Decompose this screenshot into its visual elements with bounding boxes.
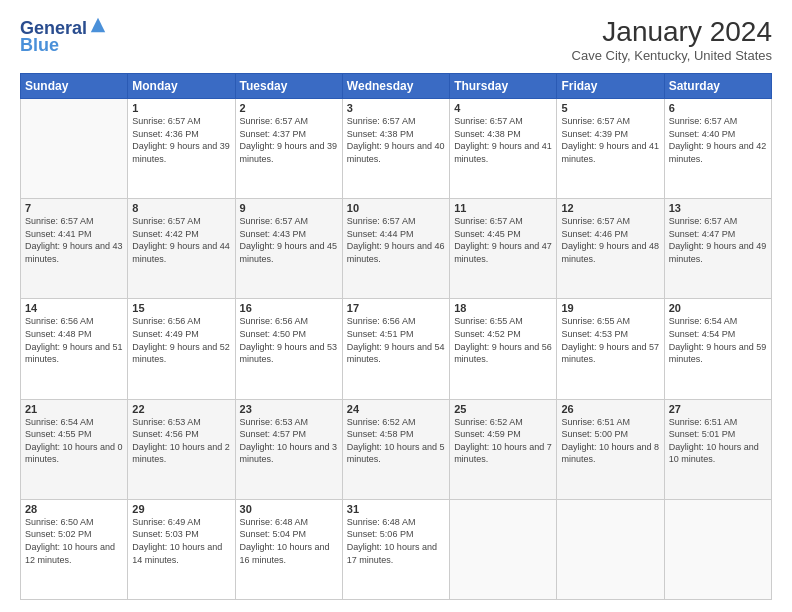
calendar-week-row: 7Sunrise: 6:57 AMSunset: 4:41 PMDaylight… xyxy=(21,199,772,299)
calendar-cell: 19Sunrise: 6:55 AMSunset: 4:53 PMDayligh… xyxy=(557,299,664,399)
calendar-cell: 9Sunrise: 6:57 AMSunset: 4:43 PMDaylight… xyxy=(235,199,342,299)
day-info: Sunrise: 6:55 AMSunset: 4:53 PMDaylight:… xyxy=(561,315,659,365)
location: Cave City, Kentucky, United States xyxy=(572,48,772,63)
weekday-header-thursday: Thursday xyxy=(450,74,557,99)
day-number: 23 xyxy=(240,403,338,415)
calendar-cell: 14Sunrise: 6:56 AMSunset: 4:48 PMDayligh… xyxy=(21,299,128,399)
day-number: 8 xyxy=(132,202,230,214)
calendar-cell xyxy=(450,499,557,599)
logo: General Blue xyxy=(20,16,107,56)
calendar-cell: 15Sunrise: 6:56 AMSunset: 4:49 PMDayligh… xyxy=(128,299,235,399)
calendar-cell: 24Sunrise: 6:52 AMSunset: 4:58 PMDayligh… xyxy=(342,399,449,499)
weekday-header-wednesday: Wednesday xyxy=(342,74,449,99)
day-info: Sunrise: 6:57 AMSunset: 4:40 PMDaylight:… xyxy=(669,115,767,165)
weekday-header-sunday: Sunday xyxy=(21,74,128,99)
calendar-cell: 8Sunrise: 6:57 AMSunset: 4:42 PMDaylight… xyxy=(128,199,235,299)
calendar-week-row: 1Sunrise: 6:57 AMSunset: 4:36 PMDaylight… xyxy=(21,99,772,199)
calendar-cell: 3Sunrise: 6:57 AMSunset: 4:38 PMDaylight… xyxy=(342,99,449,199)
day-info: Sunrise: 6:57 AMSunset: 4:37 PMDaylight:… xyxy=(240,115,338,165)
calendar-cell: 22Sunrise: 6:53 AMSunset: 4:56 PMDayligh… xyxy=(128,399,235,499)
calendar-cell: 7Sunrise: 6:57 AMSunset: 4:41 PMDaylight… xyxy=(21,199,128,299)
weekday-header-friday: Friday xyxy=(557,74,664,99)
day-info: Sunrise: 6:57 AMSunset: 4:41 PMDaylight:… xyxy=(25,215,123,265)
day-number: 22 xyxy=(132,403,230,415)
calendar-cell: 27Sunrise: 6:51 AMSunset: 5:01 PMDayligh… xyxy=(664,399,771,499)
day-info: Sunrise: 6:57 AMSunset: 4:42 PMDaylight:… xyxy=(132,215,230,265)
day-number: 28 xyxy=(25,503,123,515)
day-info: Sunrise: 6:57 AMSunset: 4:38 PMDaylight:… xyxy=(347,115,445,165)
calendar-table: SundayMondayTuesdayWednesdayThursdayFrid… xyxy=(20,73,772,600)
day-number: 2 xyxy=(240,102,338,114)
calendar-cell xyxy=(557,499,664,599)
day-info: Sunrise: 6:52 AMSunset: 4:59 PMDaylight:… xyxy=(454,416,552,466)
day-info: Sunrise: 6:57 AMSunset: 4:46 PMDaylight:… xyxy=(561,215,659,265)
day-info: Sunrise: 6:56 AMSunset: 4:48 PMDaylight:… xyxy=(25,315,123,365)
day-number: 29 xyxy=(132,503,230,515)
day-info: Sunrise: 6:56 AMSunset: 4:51 PMDaylight:… xyxy=(347,315,445,365)
day-number: 12 xyxy=(561,202,659,214)
day-info: Sunrise: 6:48 AMSunset: 5:06 PMDaylight:… xyxy=(347,516,445,566)
day-info: Sunrise: 6:56 AMSunset: 4:50 PMDaylight:… xyxy=(240,315,338,365)
weekday-header-tuesday: Tuesday xyxy=(235,74,342,99)
weekday-header-monday: Monday xyxy=(128,74,235,99)
calendar-cell: 30Sunrise: 6:48 AMSunset: 5:04 PMDayligh… xyxy=(235,499,342,599)
day-number: 1 xyxy=(132,102,230,114)
day-info: Sunrise: 6:57 AMSunset: 4:38 PMDaylight:… xyxy=(454,115,552,165)
calendar-week-row: 14Sunrise: 6:56 AMSunset: 4:48 PMDayligh… xyxy=(21,299,772,399)
calendar-cell: 23Sunrise: 6:53 AMSunset: 4:57 PMDayligh… xyxy=(235,399,342,499)
calendar-week-row: 28Sunrise: 6:50 AMSunset: 5:02 PMDayligh… xyxy=(21,499,772,599)
day-info: Sunrise: 6:57 AMSunset: 4:44 PMDaylight:… xyxy=(347,215,445,265)
calendar-cell: 17Sunrise: 6:56 AMSunset: 4:51 PMDayligh… xyxy=(342,299,449,399)
calendar-cell: 26Sunrise: 6:51 AMSunset: 5:00 PMDayligh… xyxy=(557,399,664,499)
day-number: 30 xyxy=(240,503,338,515)
calendar-cell xyxy=(664,499,771,599)
day-info: Sunrise: 6:48 AMSunset: 5:04 PMDaylight:… xyxy=(240,516,338,566)
calendar-cell: 18Sunrise: 6:55 AMSunset: 4:52 PMDayligh… xyxy=(450,299,557,399)
calendar-cell: 31Sunrise: 6:48 AMSunset: 5:06 PMDayligh… xyxy=(342,499,449,599)
calendar-header-row: SundayMondayTuesdayWednesdayThursdayFrid… xyxy=(21,74,772,99)
day-info: Sunrise: 6:54 AMSunset: 4:54 PMDaylight:… xyxy=(669,315,767,365)
calendar-cell xyxy=(21,99,128,199)
day-number: 17 xyxy=(347,302,445,314)
calendar-cell: 29Sunrise: 6:49 AMSunset: 5:03 PMDayligh… xyxy=(128,499,235,599)
day-info: Sunrise: 6:53 AMSunset: 4:57 PMDaylight:… xyxy=(240,416,338,466)
calendar-cell: 11Sunrise: 6:57 AMSunset: 4:45 PMDayligh… xyxy=(450,199,557,299)
day-number: 7 xyxy=(25,202,123,214)
day-info: Sunrise: 6:53 AMSunset: 4:56 PMDaylight:… xyxy=(132,416,230,466)
day-number: 5 xyxy=(561,102,659,114)
day-info: Sunrise: 6:57 AMSunset: 4:45 PMDaylight:… xyxy=(454,215,552,265)
day-number: 18 xyxy=(454,302,552,314)
day-info: Sunrise: 6:50 AMSunset: 5:02 PMDaylight:… xyxy=(25,516,123,566)
day-number: 6 xyxy=(669,102,767,114)
day-number: 20 xyxy=(669,302,767,314)
logo-general-text: General xyxy=(20,16,107,37)
calendar-cell: 2Sunrise: 6:57 AMSunset: 4:37 PMDaylight… xyxy=(235,99,342,199)
day-number: 16 xyxy=(240,302,338,314)
page: General Blue January 2024 Cave City, Ken… xyxy=(0,0,792,612)
day-number: 31 xyxy=(347,503,445,515)
svg-marker-0 xyxy=(91,18,105,32)
day-number: 15 xyxy=(132,302,230,314)
day-info: Sunrise: 6:51 AMSunset: 5:01 PMDaylight:… xyxy=(669,416,767,466)
calendar-cell: 4Sunrise: 6:57 AMSunset: 4:38 PMDaylight… xyxy=(450,99,557,199)
day-info: Sunrise: 6:49 AMSunset: 5:03 PMDaylight:… xyxy=(132,516,230,566)
calendar-cell: 28Sunrise: 6:50 AMSunset: 5:02 PMDayligh… xyxy=(21,499,128,599)
day-info: Sunrise: 6:57 AMSunset: 4:47 PMDaylight:… xyxy=(669,215,767,265)
calendar-cell: 5Sunrise: 6:57 AMSunset: 4:39 PMDaylight… xyxy=(557,99,664,199)
calendar-cell: 25Sunrise: 6:52 AMSunset: 4:59 PMDayligh… xyxy=(450,399,557,499)
day-info: Sunrise: 6:57 AMSunset: 4:43 PMDaylight:… xyxy=(240,215,338,265)
day-info: Sunrise: 6:56 AMSunset: 4:49 PMDaylight:… xyxy=(132,315,230,365)
calendar-cell: 21Sunrise: 6:54 AMSunset: 4:55 PMDayligh… xyxy=(21,399,128,499)
day-number: 25 xyxy=(454,403,552,415)
title-block: January 2024 Cave City, Kentucky, United… xyxy=(572,16,772,63)
day-info: Sunrise: 6:57 AMSunset: 4:36 PMDaylight:… xyxy=(132,115,230,165)
day-info: Sunrise: 6:52 AMSunset: 4:58 PMDaylight:… xyxy=(347,416,445,466)
day-number: 3 xyxy=(347,102,445,114)
calendar-body: 1Sunrise: 6:57 AMSunset: 4:36 PMDaylight… xyxy=(21,99,772,600)
day-info: Sunrise: 6:51 AMSunset: 5:00 PMDaylight:… xyxy=(561,416,659,466)
day-number: 27 xyxy=(669,403,767,415)
calendar-cell: 13Sunrise: 6:57 AMSunset: 4:47 PMDayligh… xyxy=(664,199,771,299)
day-info: Sunrise: 6:57 AMSunset: 4:39 PMDaylight:… xyxy=(561,115,659,165)
calendar-cell: 6Sunrise: 6:57 AMSunset: 4:40 PMDaylight… xyxy=(664,99,771,199)
calendar-cell: 12Sunrise: 6:57 AMSunset: 4:46 PMDayligh… xyxy=(557,199,664,299)
